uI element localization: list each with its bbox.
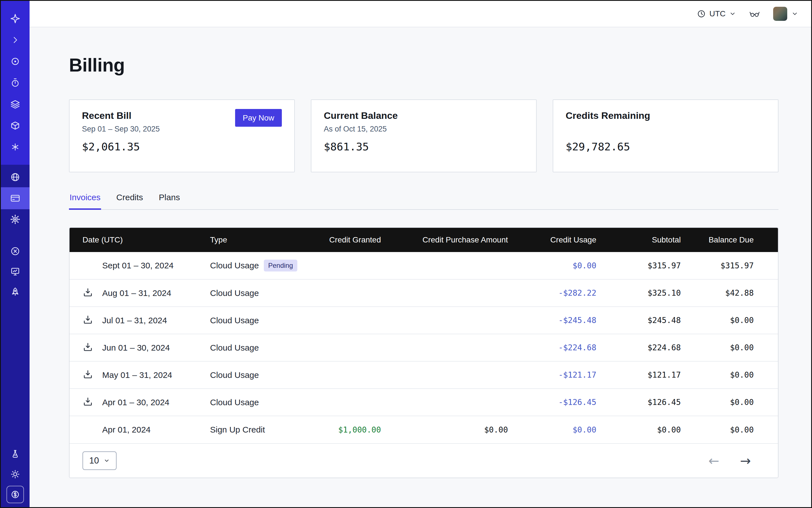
invoice-type: Cloud Usage bbox=[210, 261, 259, 270]
download-invoice-button[interactable] bbox=[83, 314, 102, 326]
sidebar-item-layers[interactable] bbox=[1, 98, 30, 111]
clock-icon bbox=[697, 9, 706, 18]
credit-usage-cell: -$121.17 bbox=[522, 361, 610, 389]
credit-usage-cell: -$282.22 bbox=[522, 279, 610, 307]
invoice-date-cell: May 01 – 31, 2024 bbox=[70, 361, 210, 389]
page-size-select[interactable]: 10 bbox=[83, 452, 117, 470]
credit-usage-cell: $0.00 bbox=[522, 252, 610, 279]
credits-remaining-title: Credits Remaining bbox=[566, 110, 766, 121]
invoice-type: Cloud Usage bbox=[210, 343, 259, 352]
download-invoice-button[interactable] bbox=[83, 287, 102, 299]
sidebar-item-flask[interactable] bbox=[1, 448, 30, 460]
asterisk-icon bbox=[10, 142, 20, 152]
sidebar bbox=[1, 1, 30, 507]
invoice-date: May 01 – 31, 2024 bbox=[102, 370, 172, 380]
app-window: UTC Billing Recent Bill Sep 01 – Sep 30,… bbox=[0, 0, 812, 508]
invoice-row: Aug 01 – 31, 2024Cloud Usage-$282.22$325… bbox=[70, 279, 778, 307]
credit-granted-cell bbox=[328, 279, 395, 307]
cube-icon bbox=[10, 121, 20, 130]
sidebar-item-monitor[interactable] bbox=[1, 261, 30, 282]
chevron-down-icon bbox=[792, 10, 798, 17]
next-page-button[interactable]: → bbox=[740, 453, 751, 468]
sidebar-item-logo[interactable] bbox=[1, 12, 30, 25]
column-header-date-utc: Date (UTC) bbox=[70, 228, 210, 252]
glasses-icon[interactable] bbox=[749, 9, 760, 18]
layers-icon bbox=[10, 99, 20, 109]
invoice-date-cell: Apr 01, 2024 bbox=[70, 416, 210, 443]
sidebar-item-sun[interactable] bbox=[1, 468, 30, 481]
credit-purchase-amount-cell bbox=[395, 279, 522, 307]
sidebar-item-billing[interactable] bbox=[1, 187, 30, 209]
download-icon bbox=[83, 314, 93, 326]
status-badge: Pending bbox=[264, 260, 297, 271]
balance-due-cell: $0.00 bbox=[695, 389, 778, 416]
prev-page-button[interactable]: ← bbox=[709, 453, 719, 468]
current-balance-amount: $861.35 bbox=[324, 140, 524, 153]
invoice-type-cell: Cloud UsagePending bbox=[210, 252, 328, 279]
sidebar-item-dollar[interactable] bbox=[1, 488, 30, 501]
user-menu[interactable] bbox=[773, 7, 798, 21]
invoices-table: Date (UTC)TypeCredit GrantedCredit Purch… bbox=[70, 228, 778, 443]
timezone-selector[interactable]: UTC bbox=[697, 9, 736, 18]
pay-now-button[interactable]: Pay Now bbox=[235, 109, 282, 127]
sidebar-secondary-section bbox=[1, 241, 30, 302]
column-header-credit-usage: Credit Usage bbox=[522, 228, 610, 252]
credit-usage-cell: -$126.45 bbox=[522, 389, 610, 416]
sidebar-item-rocket[interactable] bbox=[1, 282, 30, 302]
table-footer: 10 ← → bbox=[70, 443, 778, 477]
chevron-down-icon bbox=[729, 10, 736, 17]
timezone-label: UTC bbox=[709, 9, 726, 18]
balance-due-cell: $0.00 bbox=[695, 361, 778, 389]
credit-purchase-amount-cell bbox=[395, 389, 522, 416]
recent-bill-card: Recent Bill Sep 01 – Sep 30, 2025 Pay No… bbox=[69, 99, 295, 172]
invoice-date-cell: Jul 01 – 31, 2024 bbox=[70, 307, 210, 334]
sidebar-item-settings[interactable] bbox=[1, 209, 30, 229]
subtotal-cell: $126.45 bbox=[610, 389, 695, 416]
sidebar-item-asterisk[interactable] bbox=[1, 140, 30, 154]
sidebar-top-section bbox=[1, 1, 30, 165]
rocket-icon bbox=[10, 287, 20, 297]
credit-purchase-amount-cell bbox=[395, 361, 522, 389]
target-icon bbox=[10, 56, 20, 66]
current-balance-asof: As of Oct 15, 2025 bbox=[324, 125, 524, 134]
download-icon bbox=[83, 396, 93, 408]
timer-icon bbox=[10, 78, 20, 88]
tab-credits[interactable]: Credits bbox=[116, 193, 143, 210]
gear-icon bbox=[10, 214, 20, 224]
invoice-date: Sept 01 – 30, 2024 bbox=[102, 261, 174, 270]
invoice-date-cell: Aug 01 – 31, 2024 bbox=[70, 279, 210, 307]
invoice-date: Jul 01 – 31, 2024 bbox=[102, 316, 167, 325]
table-header-row: Date (UTC)TypeCredit GrantedCredit Purch… bbox=[70, 228, 778, 252]
credit-granted-cell bbox=[328, 361, 395, 389]
globe-icon bbox=[10, 172, 20, 182]
credit-card-icon bbox=[10, 193, 20, 203]
invoice-date: Aug 01 – 31, 2024 bbox=[102, 288, 171, 298]
sidebar-item-target[interactable] bbox=[1, 55, 30, 68]
flask-icon bbox=[11, 450, 20, 458]
invoice-row: Jun 01 – 30, 2024Cloud Usage-$224.68$224… bbox=[70, 334, 778, 361]
download-invoice-button[interactable] bbox=[83, 342, 102, 353]
credit-granted-cell bbox=[328, 389, 395, 416]
chevron-down-icon bbox=[103, 458, 110, 464]
sidebar-item-globe[interactable] bbox=[1, 167, 30, 187]
tab-invoices[interactable]: Invoices bbox=[69, 193, 101, 210]
invoice-date-cell: Apr 01 – 30, 2024 bbox=[70, 389, 210, 416]
sidebar-item-expand[interactable] bbox=[1, 34, 30, 46]
download-icon bbox=[83, 287, 93, 299]
recent-bill-title: Recent Bill bbox=[82, 110, 160, 121]
invoice-type-cell: Cloud Usage bbox=[210, 389, 328, 416]
invoice-type-cell: Sign Up Credit bbox=[210, 416, 328, 443]
invoice-row: Jul 01 – 31, 2024Cloud Usage-$245.48$245… bbox=[70, 307, 778, 334]
pagination: ← → bbox=[709, 453, 751, 468]
subtotal-cell: $0.00 bbox=[610, 416, 695, 443]
download-invoice-button[interactable] bbox=[83, 396, 102, 408]
tab-plans[interactable]: Plans bbox=[158, 193, 180, 210]
column-header-subtotal: Subtotal bbox=[610, 228, 695, 252]
sidebar-item-timer[interactable] bbox=[1, 76, 30, 89]
sidebar-item-support[interactable] bbox=[1, 241, 30, 261]
column-header-balance-due: Balance Due bbox=[695, 228, 778, 252]
summary-cards: Recent Bill Sep 01 – Sep 30, 2025 Pay No… bbox=[69, 99, 778, 172]
monitor-icon bbox=[10, 267, 20, 276]
download-invoice-button[interactable] bbox=[83, 369, 102, 381]
sidebar-item-cube[interactable] bbox=[1, 119, 30, 132]
